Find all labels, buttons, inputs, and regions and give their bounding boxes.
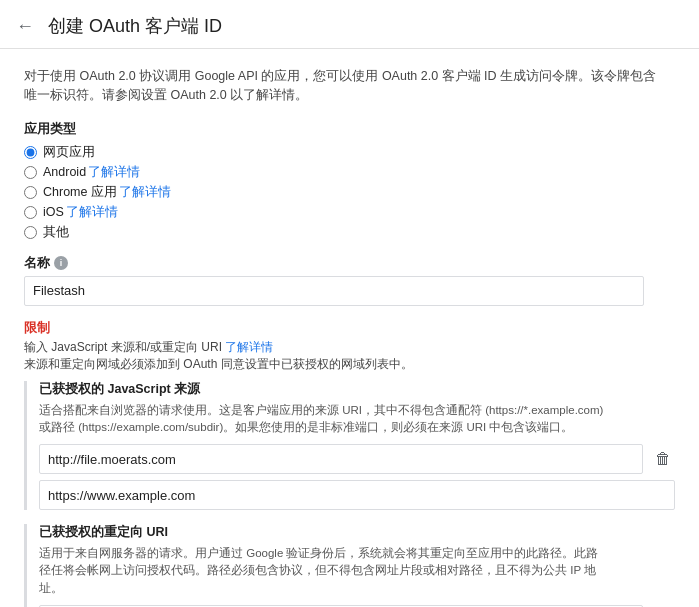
name-input[interactable]	[24, 276, 644, 306]
app-type-radio-group: 网页应用 Android 了解详情 Chrome 应用 了解详情 iOS 了解详…	[24, 144, 675, 241]
js-origin-row-1	[39, 480, 675, 510]
radio-ios-input[interactable]	[24, 206, 37, 219]
js-origin-input-1[interactable]	[39, 480, 675, 510]
limit-title: 限制	[24, 320, 675, 337]
radio-ios[interactable]: iOS 了解详情	[24, 204, 675, 221]
js-origins-title: 已获授权的 JavaScript 来源	[39, 381, 675, 398]
back-button[interactable]: ←	[16, 16, 34, 37]
page-header: ← 创建 OAuth 客户端 ID	[0, 0, 699, 49]
radio-other-label: 其他	[43, 224, 69, 241]
radio-web[interactable]: 网页应用	[24, 144, 675, 161]
radio-ios-label: iOS	[43, 205, 64, 219]
radio-web-label: 网页应用	[43, 144, 95, 161]
limit-description: 输入 JavaScript 来源和/或重定向 URI 了解详情 来源和重定向网域…	[24, 339, 675, 373]
radio-android[interactable]: Android 了解详情	[24, 164, 675, 181]
js-origin-input-0[interactable]	[39, 444, 643, 474]
radio-chrome[interactable]: Chrome 应用 了解详情	[24, 184, 675, 201]
radio-other-input[interactable]	[24, 226, 37, 239]
app-type-label: 应用类型	[24, 121, 675, 138]
chrome-learn-link[interactable]: 了解详情	[119, 184, 171, 201]
js-origins-description: 适合搭配来自浏览器的请求使用。这是客户端应用的来源 URI，其中不得包含通配符 …	[39, 402, 609, 437]
radio-web-input[interactable]	[24, 146, 37, 159]
delete-js-origin-0-icon[interactable]: 🗑	[651, 448, 675, 470]
limit-learn-link[interactable]: 了解详情	[225, 340, 273, 354]
radio-android-input[interactable]	[24, 166, 37, 179]
redirect-uris-title: 已获授权的重定向 URI	[39, 524, 675, 541]
radio-android-label: Android	[43, 165, 86, 179]
ios-learn-link[interactable]: 了解详情	[66, 204, 118, 221]
android-learn-link[interactable]: 了解详情	[88, 164, 140, 181]
radio-chrome-input[interactable]	[24, 186, 37, 199]
redirect-uris-description: 适用于来自网服务器的请求。用户通过 Google 验证身份后，系统就会将其重定向…	[39, 545, 609, 597]
redirect-uris-section: 已获授权的重定向 URI 适用于来自网服务器的请求。用户通过 Google 验证…	[24, 524, 675, 607]
radio-other[interactable]: 其他	[24, 224, 675, 241]
main-content: 对于使用 OAuth 2.0 协议调用 Google API 的应用，您可以使用…	[0, 49, 699, 607]
js-origin-row-0: 🗑	[39, 444, 675, 474]
js-origins-section: 已获授权的 JavaScript 来源 适合搭配来自浏览器的请求使用。这是客户端…	[24, 381, 675, 511]
name-info-icon[interactable]: i	[54, 256, 68, 270]
limit-section: 限制 输入 JavaScript 来源和/或重定向 URI 了解详情 来源和重定…	[24, 320, 675, 373]
page-description: 对于使用 OAuth 2.0 协议调用 Google API 的应用，您可以使用…	[24, 67, 664, 105]
name-field-label: 名称 i	[24, 255, 675, 272]
page-title: 创建 OAuth 客户端 ID	[48, 14, 222, 38]
radio-chrome-label: Chrome 应用	[43, 184, 117, 201]
